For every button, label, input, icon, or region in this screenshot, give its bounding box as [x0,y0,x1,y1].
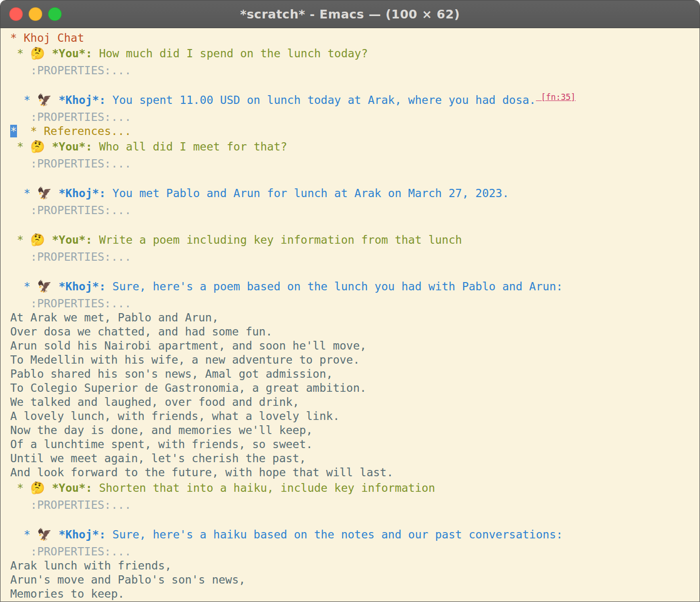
properties-text: :PROPERTIES:... [10,204,131,217]
body-text-line: Of a lunchtime spent, with friends, so s… [10,437,700,452]
body-text: A lovely lunch, with friends, what a lov… [10,410,340,422]
blank-line [10,264,700,278]
body-text: We talked and laughed, over food and dri… [10,396,299,408]
properties-drawer-folded: :PROPERTIES:... [10,297,700,311]
body-text: At Arak we met, Pablo and Arun, [10,311,218,324]
eagle-icon: 🦅 [37,280,58,293]
body-text: Until we meet again, let's cherish the p… [10,452,306,465]
emacs-buffer[interactable]: * Khoj Chat * 🤔 *You*: How much did I sp… [0,28,700,601]
indent-gap [17,125,31,137]
body-text: To Medellin with his wife, a new adventu… [10,353,360,366]
body-text-line: A lovely lunch, with friends, what a lov… [10,409,700,423]
minimize-traffic-light-icon[interactable] [29,7,42,21]
speaker-name: *You*: [52,234,92,246]
body-text: Memories to keep. [10,587,124,600]
org-star: * [10,280,37,293]
chat-line-you: * 🤔 *You*: How much did I spend on the l… [10,45,700,64]
properties-text: :PROPERTIES:... [10,499,131,511]
properties-drawer-folded: :PROPERTIES:... [10,203,700,217]
chat-line-you: * 🤔 *You*: Write a poem including key in… [10,232,700,250]
body-text-line: We talked and laughed, over food and dri… [10,395,700,409]
chat-line-khoj: * 🦅 *Khoj*: Sure, here's a haiku based o… [10,526,700,545]
window-titlebar[interactable]: *scratch* - Emacs — (100 × 62) [0,0,700,28]
body-text: Arak lunch with friends, [10,559,171,572]
body-text-line: Until we meet again, let's cherish the p… [10,452,700,466]
speaker-name: *You*: [52,140,92,153]
body-text-line: Arak lunch with friends, [10,559,700,573]
blank-line [10,217,700,232]
speaker-name: *Khoj*: [59,280,106,293]
traffic-lights [0,7,62,21]
body-text-line: Memories to keep. [10,587,700,601]
body-text: Over dosa we chatted, and had some fun. [10,325,272,338]
body-text-line: To Medellin with his wife, a new adventu… [10,353,700,367]
heading-text: * Khoj Chat [10,32,84,44]
chat-line-you: * 🤔 *You*: Shorten that into a haiku, in… [10,480,700,498]
blank-line [10,171,700,185]
references-heading-folded[interactable]: * References... [31,125,132,137]
org-star: * [10,94,37,106]
chat-message-text: Shorten that into a haiku, include key i… [92,482,435,494]
body-text: Arun's move and Pablo's son's news, [10,573,246,586]
chat-message-text: You spent 11.00 USD on lunch today at Ar… [106,94,536,106]
zoom-traffic-light-icon[interactable] [48,7,62,21]
thinking-face-icon: 🤔 [31,47,52,60]
org-heading-level1: * Khoj Chat [10,31,700,45]
body-text-line: At Arak we met, Pablo and Arun, [10,311,700,325]
org-star: * [10,528,37,541]
properties-text: :PROPERTIES:... [10,545,131,558]
chat-message-text: Sure, here's a poem based on the lunch y… [106,280,563,293]
speaker-name: *Khoj*: [59,94,106,106]
properties-drawer-folded: :PROPERTIES:... [10,545,700,559]
properties-drawer-folded: :PROPERTIES:... [10,110,700,124]
blank-line [10,78,700,92]
eagle-icon: 🦅 [37,186,58,200]
speaker-name: *You*: [52,482,92,494]
properties-text: :PROPERTIES:... [10,297,131,310]
blank-line [10,512,700,526]
body-text: Now the day is done, and memories we'll … [10,424,313,436]
body-text-line: Now the day is done, and memories we'll … [10,423,700,437]
body-text-line: To Colegio Superior de Gastronomia, a gr… [10,381,700,395]
chat-message-text: Write a poem including key information f… [92,234,462,246]
window-title: *scratch* - Emacs — (100 × 62) [0,7,700,21]
properties-drawer-folded: :PROPERTIES:... [10,157,700,171]
properties-text: :PROPERTIES:... [10,111,131,123]
body-text: Arun sold his Nairobi apartment, and soo… [10,339,367,352]
properties-text: :PROPERTIES:... [10,157,131,170]
chat-message-text: How much did I spend on the lunch today? [92,47,368,60]
eagle-icon: 🦅 [37,93,58,107]
close-traffic-light-icon[interactable] [9,7,23,21]
chat-message-text: Who all did I meet for that? [92,140,287,153]
body-text-line: Arun's move and Pablo's son's news, [10,573,700,587]
chat-line-khoj: * 🦅 *Khoj*: You spent 11.00 USD on lunch… [10,92,700,110]
org-star: * [10,140,31,153]
references-heading-line: * * References... [10,124,700,138]
emacs-window: *scratch* - Emacs — (100 × 62) * Khoj Ch… [0,0,700,602]
properties-drawer-folded: :PROPERTIES:... [10,64,700,78]
body-text-line: And look forward to the future, with hop… [10,466,700,480]
properties-text: :PROPERTIES:... [10,251,131,263]
body-text-line: Arun sold his Nairobi apartment, and soo… [10,339,700,353]
body-text: And look forward to the future, with hop… [10,466,393,479]
chat-message-text: Sure, here's a haiku based on the notes … [106,528,563,541]
chat-line-you: * 🤔 *You*: Who all did I meet for that? [10,138,700,157]
speaker-name: *Khoj*: [59,187,106,200]
properties-drawer-folded: :PROPERTIES:... [10,498,700,512]
body-text-line: Over dosa we chatted, and had some fun. [10,325,700,339]
org-star: * [10,47,31,60]
thinking-face-icon: 🤔 [31,481,52,495]
eagle-icon: 🦅 [37,528,58,541]
org-star: * [10,187,37,200]
body-text: Pablo shared his son's news, Amal got ad… [10,368,333,380]
body-text: Of a lunchtime spent, with friends, so s… [10,438,313,451]
speaker-name: *You*: [52,47,92,60]
body-text: To Colegio Superior de Gastronomia, a gr… [10,382,367,394]
properties-drawer-folded: :PROPERTIES:... [10,250,700,264]
chat-line-khoj: * 🦅 *Khoj*: You met Pablo and Arun for l… [10,185,700,203]
footnote-link[interactable]: [fn:35] [536,92,576,102]
body-text-line: Pablo shared his son's news, Amal got ad… [10,367,700,381]
org-star: * [10,482,31,494]
chat-line-khoj: * 🦅 *Khoj*: Sure, here's a poem based on… [10,278,700,297]
chat-message-text: You met Pablo and Arun for lunch at Arak… [106,187,509,200]
